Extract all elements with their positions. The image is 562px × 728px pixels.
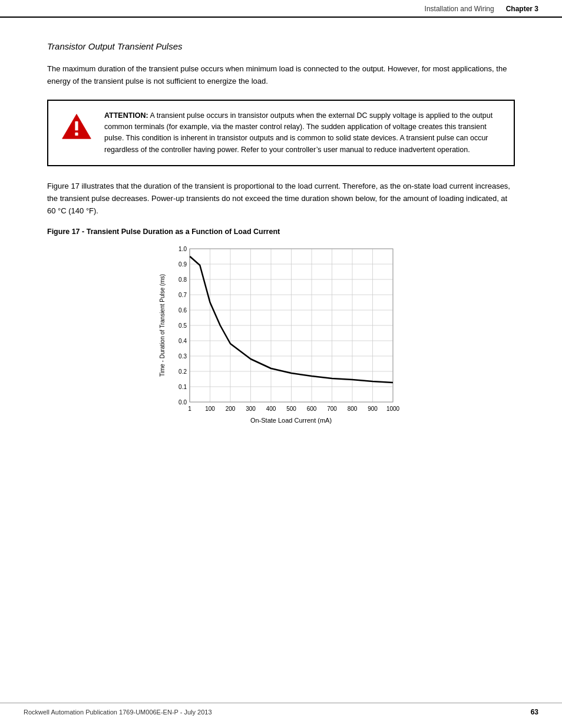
svg-text:1: 1	[188, 406, 191, 412]
svg-rect-1	[75, 121, 78, 131]
page-container: Installation and Wiring Chapter 3 Transi…	[0, 0, 562, 728]
svg-text:0.7: 0.7	[178, 292, 187, 298]
page-header: Installation and Wiring Chapter 3	[0, 0, 562, 18]
footer-page-number: 63	[531, 708, 538, 716]
svg-text:1000: 1000	[386, 406, 400, 412]
svg-text:300: 300	[246, 406, 256, 412]
main-content: Transistor Output Transient Pulses The m…	[0, 18, 562, 498]
attention-content: ATTENTION: A transient pulse occurs in t…	[104, 110, 502, 156]
svg-rect-2	[75, 133, 78, 136]
attention-text: A transient pulse occurs in transistor o…	[104, 111, 492, 154]
svg-text:On-State Load Current (mA): On-State Load Current (mA)	[250, 417, 332, 424]
svg-text:0.9: 0.9	[178, 261, 187, 268]
header-chapter: Chapter 3	[506, 5, 538, 13]
attention-box: ATTENTION: A transient pulse occurs in t…	[47, 100, 515, 167]
section-title: Transistor Output Transient Pulses	[47, 41, 515, 51]
figure-intro-text: Figure 17 illustrates that the duration …	[47, 180, 515, 217]
chart-svg: Time - Duration of Transient Pulse (ms)	[157, 243, 405, 443]
y-axis-label: Time - Duration of Transient Pulse (ms)	[159, 274, 166, 377]
intro-paragraph: The maximum duration of the transient pu…	[47, 63, 515, 88]
svg-text:200: 200	[226, 406, 236, 412]
svg-text:0.1: 0.1	[178, 384, 187, 390]
svg-text:0.4: 0.4	[178, 338, 187, 344]
warning-triangle-icon	[61, 111, 92, 141]
svg-text:0.2: 0.2	[178, 368, 187, 375]
svg-text:800: 800	[348, 406, 358, 412]
svg-text:400: 400	[266, 406, 276, 412]
svg-text:0.0: 0.0	[178, 399, 187, 406]
svg-text:1.0: 1.0	[178, 246, 187, 252]
page-footer: Rockwell Automation Publication 1769-UM0…	[0, 703, 562, 716]
svg-text:0.3: 0.3	[178, 353, 187, 360]
chart-area: Time - Duration of Transient Pulse (ms)	[157, 243, 405, 445]
footer-publication: Rockwell Automation Publication 1769-UM0…	[24, 709, 212, 716]
svg-text:600: 600	[307, 406, 317, 412]
svg-text:100: 100	[205, 406, 215, 412]
svg-text:0.8: 0.8	[178, 276, 187, 283]
svg-text:700: 700	[327, 406, 337, 412]
chart-wrapper: Time - Duration of Transient Pulse (ms)	[47, 243, 515, 445]
svg-text:500: 500	[286, 406, 296, 412]
attention-label: ATTENTION:	[104, 111, 148, 120]
svg-text:0.6: 0.6	[178, 307, 187, 314]
svg-text:900: 900	[368, 406, 378, 412]
header-section-title: Installation and Wiring	[425, 5, 494, 13]
figure-caption: Figure 17 - Transient Pulse Duration as …	[47, 228, 515, 236]
warning-icon-container	[60, 110, 92, 143]
svg-text:0.5: 0.5	[178, 322, 187, 329]
